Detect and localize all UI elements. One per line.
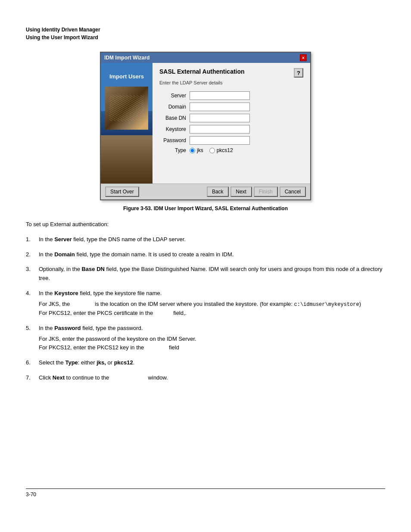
step-num: 4. [26,289,39,320]
list-item: 3. Optionally, in the Base DN field, typ… [26,265,385,285]
intro-paragraph: To set up External authentication: [26,220,385,229]
keystore-label: Keystore [159,126,190,132]
step-num: 6. [26,358,39,369]
step-content: Select the Type: either jks, or pkcs12. [39,358,385,369]
step-content: In the Keystore field, type the keystore… [39,289,385,320]
content-subtitle: Enter the LDAP Server details [159,80,303,85]
dialog-content: SASL External Authentication ? Enter the… [153,63,310,184]
page-number: 3-70 [26,492,36,498]
server-input[interactable] [190,91,250,100]
list-item: 2. In the Domain field, type the domain … [26,250,385,261]
domain-label: Domain [159,104,190,110]
dialog-titlebar: IDM Import Wizard × [101,53,310,63]
step-num: 5. [26,324,39,354]
radio-pkcs12-input[interactable] [209,148,215,153]
footer-left: Start Over [105,187,139,197]
keystore-input[interactable] [190,125,250,134]
radio-jks-label: jks [197,147,203,153]
idm-import-wizard-dialog: IDM Import Wizard × Import Users SASL Ex… [100,52,311,200]
step-text: Click Next to continue to the window. [39,373,385,383]
keystore-row: Keystore [159,125,303,134]
step-content: Optionally, in the Base DN field, type t… [39,265,385,285]
cancel-button[interactable]: Cancel [280,187,306,197]
radio-pkcs12[interactable]: pkcs12 [209,147,233,153]
step-content: Click Next to continue to the window. [39,373,385,384]
password-label: Password [159,137,190,143]
password-row: Password [159,136,303,145]
finish-button[interactable]: Finish [254,187,278,197]
close-button[interactable]: × [300,54,307,61]
dialog-title: IDM Import Wizard [104,55,149,61]
dialog-container: IDM Import Wizard × Import Users SASL Ex… [26,52,385,200]
sidebar-image [105,87,148,130]
password-input[interactable] [190,136,250,145]
list-item: 6. Select the Type: either jks, or pkcs1… [26,358,385,369]
header-line1: Using Identity Driven Manager [26,26,385,34]
domain-row: Domain [159,103,303,111]
step-content: In the Server field, type the DNS name o… [39,235,385,246]
dialog-body: Import Users SASL External Authenticatio… [101,63,310,184]
type-row: Type jks pkcs12 [159,147,303,153]
dialog-footer: Start Over Back Next Finish Cancel [101,184,310,199]
step-text: Select the Type: either jks, or pkcs12. [39,358,385,367]
basedn-input[interactable] [190,114,250,122]
basedn-row: Base DN [159,114,303,122]
start-over-button[interactable]: Start Over [105,187,139,197]
step-num: 3. [26,265,39,285]
sidebar-label: Import Users [106,70,147,83]
header-line2: Using the User Import Wizard [26,34,385,41]
dialog-sidebar: Import Users [101,63,153,184]
radio-pkcs12-label: pkcs12 [217,147,233,153]
step-num: 7. [26,373,39,384]
intro-text: To set up External authentication: [26,220,385,229]
help-button[interactable]: ? [294,68,303,78]
step-content: In the Domain field, type the domain nam… [39,250,385,261]
step-subtext: For JKS, the is the location on the IDM … [39,300,385,318]
footer-right: Back Next Finish Cancel [207,187,306,197]
step-text: In the Password field, type the password… [39,324,385,333]
step-text: In the Keystore field, type the keystore… [39,289,385,298]
content-title: SASL External Authentication [159,68,245,75]
step-text: Optionally, in the Base DN field, type t… [39,265,385,283]
domain-input[interactable] [190,103,250,111]
next-button[interactable]: Next [230,187,252,197]
back-button[interactable]: Back [207,187,229,197]
step-text: In the Server field, type the DNS name o… [39,235,385,244]
list-item: 4. In the Keystore field, type the keyst… [26,289,385,320]
page-footer: 3-70 [26,488,385,498]
step-text: In the Domain field, type the domain nam… [39,250,385,259]
list-item: 1. In the Server field, type the DNS nam… [26,235,385,246]
list-item: 5. In the Password field, type the passw… [26,324,385,354]
steps-list: 1. In the Server field, type the DNS nam… [26,235,385,384]
type-radio-group: jks pkcs12 [190,147,233,153]
figure-caption: Figure 3-53. IDM User Import Wizard, SAS… [26,205,385,212]
step-subtext: For JKS, enter the password of the keyst… [39,335,385,353]
step-num: 1. [26,235,39,246]
content-header: SASL External Authentication ? [159,68,303,78]
radio-jks-input[interactable] [190,148,195,153]
type-label: Type [159,147,190,153]
step-content: In the Password field, type the password… [39,324,385,354]
radio-jks[interactable]: jks [190,147,203,153]
server-row: Server [159,91,303,100]
list-item: 7. Click Next to continue to the window. [26,373,385,384]
server-label: Server [159,93,190,99]
page-header: Using Identity Driven Manager Using the … [26,26,385,41]
step-num: 2. [26,250,39,261]
basedn-label: Base DN [159,115,190,121]
